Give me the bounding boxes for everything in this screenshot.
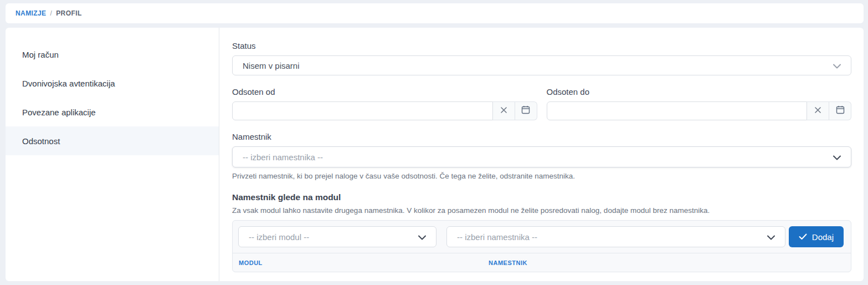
absent-from-input-group (232, 101, 537, 120)
column-header-namestnik: NAMESTNIK (489, 259, 851, 266)
absent-from-field: Odsoten od (232, 87, 537, 120)
module-deputy-help-text: Za vsak modul lahko nastavite drugega na… (232, 206, 851, 215)
breadcrumb: NAMIZJE / PROFIL (6, 3, 864, 23)
module-deputy-section: Namestnik glede na modul Za vsak modul l… (232, 192, 851, 272)
close-icon (500, 106, 507, 116)
absent-from-input[interactable] (232, 101, 493, 120)
module-select-placeholder: -- izberi modul -- (249, 232, 309, 242)
absent-to-input[interactable] (547, 101, 808, 120)
status-label: Status (232, 41, 851, 50)
chevron-down-icon (833, 152, 841, 162)
absent-to-field: Odsoten do (547, 87, 852, 120)
check-icon (799, 232, 807, 242)
add-module-deputy-button[interactable]: Dodaj (789, 226, 844, 247)
absent-from-label: Odsoten od (232, 87, 537, 96)
calendar-icon (521, 105, 530, 116)
profile-settings-card: Moj račun Dvonivojska avtentikacija Pove… (6, 28, 864, 281)
chevron-down-icon (767, 232, 775, 242)
close-icon (814, 106, 821, 116)
sidebar-item-dvonivojska-avtentikacija[interactable]: Dvonivojska avtentikacija (6, 69, 219, 98)
settings-sidebar: Moj račun Dvonivojska avtentikacija Pove… (6, 28, 219, 281)
deputy-help-text: Privzeti namestnik, ki bo prejel naloge … (232, 172, 851, 180)
column-header-modul: MODUL (233, 259, 489, 266)
chevron-down-icon (833, 61, 841, 70)
module-deputy-title: Namestnik glede na modul (232, 192, 851, 202)
status-select[interactable]: Nisem v pisarni (232, 55, 851, 75)
module-deputy-select[interactable]: -- izberi namestnika -- (446, 226, 785, 247)
chevron-down-icon (418, 232, 426, 242)
module-select[interactable]: -- izberi modul -- (238, 226, 436, 247)
deputy-label: Namestnik (232, 132, 851, 141)
absent-from-clear-button[interactable] (493, 101, 515, 120)
absent-from-calendar-button[interactable] (515, 101, 537, 120)
deputy-field: Namestnik -- izberi namestnika -- Privze… (232, 132, 851, 180)
sidebar-item-povezane-aplikacije[interactable]: Povezane aplikacije (6, 98, 219, 126)
breadcrumb-link-namizje[interactable]: NAMIZJE (16, 9, 46, 17)
status-select-value: Nisem v pisarni (243, 61, 300, 70)
deputy-select-placeholder: -- izberi namestnika -- (243, 152, 323, 162)
add-button-label: Dodaj (812, 232, 834, 242)
module-deputy-form-row: -- izberi modul -- -- izberi namestnika … (233, 221, 851, 253)
absent-to-calendar-button[interactable] (829, 101, 851, 120)
breadcrumb-separator: / (50, 9, 52, 17)
calendar-icon (836, 105, 845, 116)
sidebar-item-moj-racun[interactable]: Moj račun (6, 40, 219, 69)
module-deputy-panel: -- izberi modul -- -- izberi namestnika … (232, 220, 851, 272)
deputy-select[interactable]: -- izberi namestnika -- (232, 146, 851, 167)
absence-date-row: Odsoten od (232, 87, 851, 120)
module-deputy-table-header: MODUL NAMESTNIK (233, 253, 851, 272)
absent-to-clear-button[interactable] (807, 101, 829, 120)
sidebar-item-odsotnost[interactable]: Odsotnost (6, 126, 219, 155)
absence-settings-panel: Status Nisem v pisarni Odsoten od (219, 28, 864, 281)
absent-to-label: Odsoten do (547, 87, 852, 96)
module-deputy-select-placeholder: -- izberi namestnika -- (457, 232, 537, 242)
breadcrumb-current-profil: PROFIL (56, 9, 81, 17)
absent-to-input-group (547, 101, 852, 120)
